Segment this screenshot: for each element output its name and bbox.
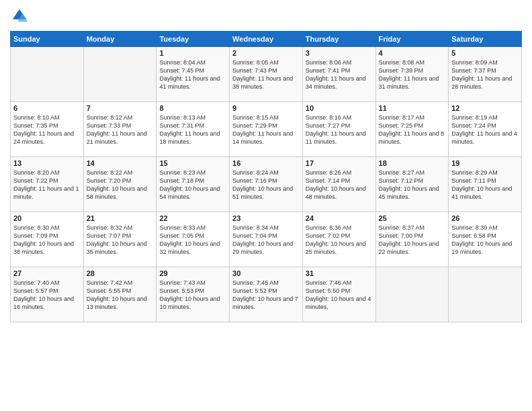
day-info: Sunrise: 7:46 AM Sunset: 5:50 PM Dayligh… xyxy=(306,279,373,312)
day-number: 1 xyxy=(159,49,226,57)
cell-w2-d5: 10Sunrise: 8:16 AM Sunset: 7:27 PM Dayli… xyxy=(302,102,375,157)
cell-w4-d4: 23Sunrise: 8:34 AM Sunset: 7:04 PM Dayli… xyxy=(230,212,303,267)
cell-w5-d3: 29Sunrise: 7:43 AM Sunset: 5:53 PM Dayli… xyxy=(157,267,230,322)
day-info: Sunrise: 8:33 AM Sunset: 7:05 PM Dayligh… xyxy=(159,224,226,257)
cell-w5-d5: 31Sunrise: 7:46 AM Sunset: 5:50 PM Dayli… xyxy=(302,267,375,322)
cell-w1-d1 xyxy=(11,47,84,102)
day-info: Sunrise: 8:23 AM Sunset: 7:18 PM Dayligh… xyxy=(159,169,226,201)
day-number: 7 xyxy=(87,104,154,112)
cell-w4-d5: 24Sunrise: 8:36 AM Sunset: 7:02 PM Dayli… xyxy=(302,212,375,267)
day-info: Sunrise: 8:13 AM Sunset: 7:31 PM Dayligh… xyxy=(159,113,226,146)
day-number: 28 xyxy=(87,269,154,277)
day-info: Sunrise: 8:24 AM Sunset: 7:16 PM Dayligh… xyxy=(232,169,300,201)
day-number: 31 xyxy=(306,269,373,277)
day-info: Sunrise: 8:16 AM Sunset: 7:27 PM Dayligh… xyxy=(306,113,373,146)
header-wednesday: Wednesday xyxy=(230,32,303,47)
day-info: Sunrise: 8:20 AM Sunset: 7:22 PM Dayligh… xyxy=(13,169,81,201)
day-number: 29 xyxy=(159,269,226,277)
cell-w1-d3: 1Sunrise: 8:04 AM Sunset: 7:45 PM Daylig… xyxy=(157,47,230,102)
cell-w4-d7: 26Sunrise: 8:39 AM Sunset: 6:58 PM Dayli… xyxy=(449,212,522,267)
logo xyxy=(10,7,32,26)
day-info: Sunrise: 8:26 AM Sunset: 7:14 PM Dayligh… xyxy=(306,169,373,201)
day-info: Sunrise: 8:34 AM Sunset: 7:04 PM Dayligh… xyxy=(232,224,300,257)
day-info: Sunrise: 8:12 AM Sunset: 7:33 PM Dayligh… xyxy=(87,113,154,146)
day-info: Sunrise: 8:32 AM Sunset: 7:07 PM Dayligh… xyxy=(87,224,154,257)
week-row-5: 27Sunrise: 7:40 AM Sunset: 5:57 PM Dayli… xyxy=(11,267,522,322)
day-info: Sunrise: 7:40 AM Sunset: 5:57 PM Dayligh… xyxy=(13,279,81,312)
day-number: 20 xyxy=(13,214,81,222)
cell-w3-d2: 14Sunrise: 8:22 AM Sunset: 7:20 PM Dayli… xyxy=(83,157,157,212)
day-info: Sunrise: 8:29 AM Sunset: 7:11 PM Dayligh… xyxy=(451,169,519,201)
header-monday: Monday xyxy=(83,32,157,47)
header-row: SundayMondayTuesdayWednesdayThursdayFrid… xyxy=(11,32,522,47)
cell-w2-d3: 8Sunrise: 8:13 AM Sunset: 7:31 PM Daylig… xyxy=(157,102,230,157)
header-tuesday: Tuesday xyxy=(157,32,230,47)
header xyxy=(10,7,522,26)
day-info: Sunrise: 8:04 AM Sunset: 7:45 PM Dayligh… xyxy=(159,58,226,91)
day-number: 11 xyxy=(379,104,446,112)
day-number: 14 xyxy=(87,159,154,167)
day-number: 17 xyxy=(306,159,373,167)
day-info: Sunrise: 7:42 AM Sunset: 5:55 PM Dayligh… xyxy=(87,279,154,312)
cell-w1-d6: 4Sunrise: 8:08 AM Sunset: 7:39 PM Daylig… xyxy=(375,47,449,102)
day-number: 22 xyxy=(159,214,226,222)
day-number: 15 xyxy=(159,159,226,167)
cell-w4-d2: 21Sunrise: 8:32 AM Sunset: 7:07 PM Dayli… xyxy=(83,212,157,267)
header-saturday: Saturday xyxy=(449,32,522,47)
cell-w1-d2 xyxy=(83,47,157,102)
day-number: 19 xyxy=(451,159,519,167)
day-number: 21 xyxy=(87,214,154,222)
day-number: 16 xyxy=(232,159,300,167)
day-info: Sunrise: 8:15 AM Sunset: 7:29 PM Dayligh… xyxy=(232,113,300,146)
cell-w5-d6 xyxy=(375,267,449,322)
day-number: 5 xyxy=(451,49,519,57)
day-info: Sunrise: 8:17 AM Sunset: 7:25 PM Dayligh… xyxy=(379,113,446,146)
cell-w1-d7: 5Sunrise: 8:09 AM Sunset: 7:37 PM Daylig… xyxy=(449,47,522,102)
day-number: 3 xyxy=(306,49,373,57)
day-info: Sunrise: 7:43 AM Sunset: 5:53 PM Dayligh… xyxy=(159,279,226,312)
day-info: Sunrise: 8:08 AM Sunset: 7:39 PM Dayligh… xyxy=(379,58,446,91)
calendar-body: 1Sunrise: 8:04 AM Sunset: 7:45 PM Daylig… xyxy=(11,47,522,322)
day-number: 26 xyxy=(451,214,519,222)
day-info: Sunrise: 8:22 AM Sunset: 7:20 PM Dayligh… xyxy=(87,169,154,201)
cell-w2-d4: 9Sunrise: 8:15 AM Sunset: 7:29 PM Daylig… xyxy=(230,102,303,157)
day-info: Sunrise: 8:39 AM Sunset: 6:58 PM Dayligh… xyxy=(451,224,519,257)
cell-w3-d7: 19Sunrise: 8:29 AM Sunset: 7:11 PM Dayli… xyxy=(449,157,522,212)
cell-w5-d7 xyxy=(449,267,522,322)
week-row-1: 1Sunrise: 8:04 AM Sunset: 7:45 PM Daylig… xyxy=(11,47,522,102)
day-number: 23 xyxy=(232,214,300,222)
header-friday: Friday xyxy=(375,32,449,47)
week-row-2: 6Sunrise: 8:10 AM Sunset: 7:35 PM Daylig… xyxy=(11,102,522,157)
cell-w4-d1: 20Sunrise: 8:30 AM Sunset: 7:09 PM Dayli… xyxy=(11,212,84,267)
header-thursday: Thursday xyxy=(302,32,375,47)
day-number: 8 xyxy=(159,104,226,112)
day-number: 25 xyxy=(379,214,446,222)
cell-w4-d6: 25Sunrise: 8:37 AM Sunset: 7:00 PM Dayli… xyxy=(375,212,449,267)
day-info: Sunrise: 8:37 AM Sunset: 7:00 PM Dayligh… xyxy=(379,224,446,257)
cell-w1-d5: 3Sunrise: 8:06 AM Sunset: 7:41 PM Daylig… xyxy=(302,47,375,102)
day-number: 10 xyxy=(306,104,373,112)
day-number: 4 xyxy=(379,49,446,57)
day-number: 13 xyxy=(13,159,81,167)
day-number: 9 xyxy=(232,104,300,112)
day-info: Sunrise: 8:36 AM Sunset: 7:02 PM Dayligh… xyxy=(306,224,373,257)
day-number: 6 xyxy=(13,104,81,112)
day-info: Sunrise: 8:30 AM Sunset: 7:09 PM Dayligh… xyxy=(13,224,81,257)
logo-icon xyxy=(10,7,29,26)
day-number: 24 xyxy=(306,214,373,222)
cell-w4-d3: 22Sunrise: 8:33 AM Sunset: 7:05 PM Dayli… xyxy=(157,212,230,267)
header-sunday: Sunday xyxy=(11,32,84,47)
cell-w1-d4: 2Sunrise: 8:05 AM Sunset: 7:43 PM Daylig… xyxy=(230,47,303,102)
cell-w3-d4: 16Sunrise: 8:24 AM Sunset: 7:16 PM Dayli… xyxy=(230,157,303,212)
day-info: Sunrise: 8:19 AM Sunset: 7:24 PM Dayligh… xyxy=(451,113,519,146)
day-info: Sunrise: 8:05 AM Sunset: 7:43 PM Dayligh… xyxy=(232,58,300,91)
day-number: 27 xyxy=(13,269,81,277)
calendar-table: SundayMondayTuesdayWednesdayThursdayFrid… xyxy=(10,31,522,322)
day-number: 2 xyxy=(232,49,300,57)
week-row-4: 20Sunrise: 8:30 AM Sunset: 7:09 PM Dayli… xyxy=(11,212,522,267)
week-row-3: 13Sunrise: 8:20 AM Sunset: 7:22 PM Dayli… xyxy=(11,157,522,212)
cell-w2-d6: 11Sunrise: 8:17 AM Sunset: 7:25 PM Dayli… xyxy=(375,102,449,157)
day-number: 18 xyxy=(379,159,446,167)
cell-w3-d3: 15Sunrise: 8:23 AM Sunset: 7:18 PM Dayli… xyxy=(157,157,230,212)
cell-w5-d1: 27Sunrise: 7:40 AM Sunset: 5:57 PM Dayli… xyxy=(11,267,84,322)
